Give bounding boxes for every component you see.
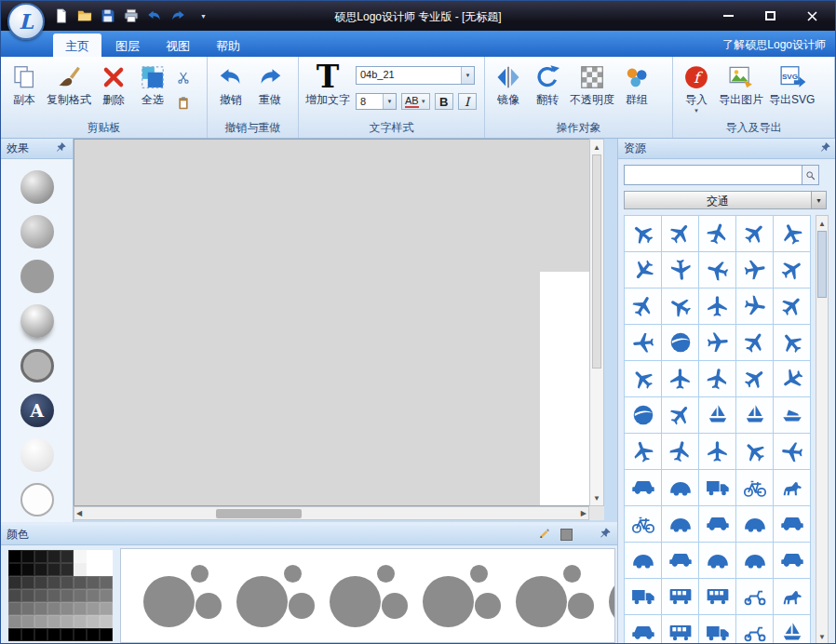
color-swatch[interactable] (61, 576, 74, 589)
resource-bus-icon[interactable] (699, 579, 736, 615)
pin-icon[interactable] (599, 527, 612, 543)
color-swatch[interactable] (87, 589, 100, 602)
chevron-down-icon[interactable]: ▼ (461, 67, 474, 84)
effect-glossy-white[interactable] (20, 438, 54, 472)
resource-jet-icon[interactable] (662, 288, 699, 325)
color-swatch[interactable] (21, 563, 34, 576)
resource-jet-icon[interactable] (662, 434, 699, 470)
resource-jet-icon[interactable] (774, 288, 811, 325)
resource-jet-icon[interactable] (699, 434, 736, 470)
scroll-up-icon[interactable]: ▲ (816, 218, 828, 229)
color-swatch[interactable] (47, 550, 61, 563)
resource-scooter-icon[interactable] (736, 615, 774, 644)
resource-jet-icon[interactable] (736, 216, 774, 252)
color-swatch[interactable] (87, 602, 100, 615)
scroll-right-icon[interactable]: ▶ (581, 508, 587, 519)
resource-bike-icon[interactable] (625, 506, 662, 543)
color-swatch[interactable] (47, 563, 61, 576)
resource-jet-icon[interactable] (736, 361, 774, 397)
pin-icon[interactable] (55, 141, 67, 156)
color-swatch[interactable] (100, 628, 113, 641)
resource-sail-icon[interactable] (699, 397, 736, 434)
undo-button[interactable]: 撤销 (211, 60, 250, 112)
color-swatch[interactable] (34, 615, 47, 628)
bubble-style-preview[interactable] (609, 564, 615, 627)
effect-sphere[interactable] (20, 304, 54, 338)
color-swatch[interactable] (74, 628, 87, 641)
cut-button[interactable] (174, 68, 193, 87)
import-button[interactable]: 导入 ▼ (677, 60, 716, 117)
help-link[interactable]: 了解硕思Logo设计师 (722, 37, 826, 53)
resource-jet-icon[interactable] (625, 325, 662, 361)
resource-jet-icon[interactable] (625, 361, 662, 397)
color-swatch[interactable] (61, 550, 74, 563)
scroll-up-icon[interactable]: ▲ (590, 141, 603, 153)
resource-jet-icon[interactable] (625, 434, 662, 470)
color-swatch[interactable] (8, 602, 21, 615)
resource-sail-icon[interactable] (774, 615, 811, 644)
color-swatch[interactable] (74, 615, 87, 628)
resource-globe-icon[interactable] (662, 325, 699, 361)
color-swatch[interactable] (34, 589, 47, 602)
resource-car2-icon[interactable] (625, 543, 662, 579)
scroll-down-icon[interactable]: ▼ (590, 492, 603, 503)
resource-jet-icon[interactable] (625, 288, 662, 325)
vertical-scroll-thumb[interactable] (592, 154, 601, 369)
resource-jet-icon[interactable] (736, 434, 774, 470)
resource-jet-icon[interactable] (774, 252, 811, 288)
resource-jet-icon[interactable] (774, 325, 811, 361)
color-swatch[interactable] (100, 615, 113, 628)
group-button[interactable]: 群组 (617, 60, 656, 112)
pin-icon[interactable] (819, 141, 831, 156)
text-case-button[interactable]: AB ▼ (401, 93, 430, 110)
color-swatch[interactable] (61, 602, 74, 615)
duplicate-button[interactable]: 副本 (5, 60, 44, 112)
resources-scroll-thumb[interactable] (817, 231, 827, 298)
resource-jet-icon[interactable] (774, 216, 811, 252)
color-swatch[interactable] (100, 589, 113, 602)
select-all-button[interactable]: 全选 (133, 60, 172, 112)
color-swatch[interactable] (74, 589, 87, 602)
color-swatch[interactable] (61, 563, 74, 576)
resource-bus-icon[interactable] (662, 579, 699, 615)
color-swatch[interactable] (21, 576, 34, 589)
italic-button[interactable]: I (458, 93, 477, 110)
resource-jet-icon[interactable] (699, 288, 736, 325)
resources-vertical-scrollbar[interactable]: ▲ ▼ (816, 215, 829, 644)
bold-button[interactable]: B (435, 93, 453, 110)
resource-jet-icon[interactable] (625, 252, 662, 288)
save-icon[interactable] (100, 7, 116, 24)
resource-jet-icon[interactable] (699, 325, 736, 361)
tab-view[interactable]: 视图 (154, 34, 202, 57)
effect-gradient-mid[interactable] (20, 215, 54, 248)
delete-button[interactable]: 删除 (94, 60, 133, 112)
current-color-swatch[interactable] (560, 529, 573, 541)
resource-scooter-icon[interactable] (736, 579, 774, 615)
bubble-style-preview[interactable] (516, 564, 594, 627)
canvas-vertical-scrollbar[interactable]: ▲ ▼ (589, 139, 604, 506)
color-swatch[interactable] (47, 576, 61, 589)
color-swatch[interactable] (34, 550, 47, 563)
canvas-horizontal-scrollbar[interactable]: ◀ ▶ (74, 506, 589, 520)
resource-jet-icon[interactable] (699, 216, 736, 252)
color-swatch[interactable] (74, 576, 87, 589)
color-swatch[interactable] (100, 576, 113, 589)
opacity-button[interactable]: 不透明度 (567, 60, 617, 112)
resource-jet-icon[interactable] (625, 216, 662, 252)
color-swatch[interactable] (87, 550, 100, 563)
resource-truck-icon[interactable] (699, 470, 736, 506)
mirror-button[interactable]: 镜像 (489, 60, 528, 112)
resource-jet-icon[interactable] (662, 397, 699, 434)
color-swatch[interactable] (21, 550, 34, 563)
color-swatch[interactable] (47, 589, 61, 602)
tab-layers[interactable]: 图层 (103, 34, 152, 57)
resource-jet-icon[interactable] (736, 288, 774, 325)
resource-car-icon[interactable] (699, 506, 736, 543)
undo-icon[interactable] (146, 7, 163, 24)
canvas-viewport[interactable] (74, 139, 589, 506)
resource-car-icon[interactable] (774, 543, 811, 579)
color-swatch[interactable] (21, 602, 34, 615)
bubble-style-preview[interactable] (423, 564, 501, 627)
redo-icon[interactable] (169, 7, 186, 24)
font-family-combo[interactable]: 04b_21 ▼ (356, 66, 475, 85)
